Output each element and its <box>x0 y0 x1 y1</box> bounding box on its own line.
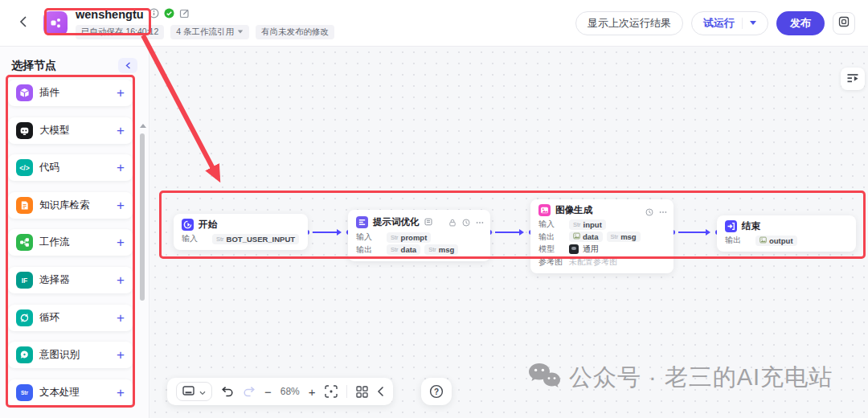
add-node-button[interactable]: + <box>117 311 125 325</box>
button-divider <box>742 18 743 29</box>
sidebar-item-label: 工作流 <box>39 236 110 249</box>
flow-icon <box>16 234 33 251</box>
connection-line <box>313 232 337 233</box>
autosave-badge: 已自动保存 16:40:12 <box>76 25 164 39</box>
lock-icon <box>448 215 457 230</box>
add-node-button[interactable]: + <box>117 386 125 400</box>
sidebar-title: 选择节点 <box>11 59 56 73</box>
sidebar-item-intent[interactable]: 意图识别+ <box>8 342 133 368</box>
variable-name: BOT_USER_INPUT <box>227 235 296 244</box>
type-prefix: Str <box>573 221 581 228</box>
workflow-refs-dropdown[interactable]: 4 条工作流引用 <box>170 25 249 39</box>
bot-icon <box>16 122 33 139</box>
workflow-node-image-generation[interactable]: 图像生成输入Strinput输出dataStrmsg模型通用参考图未配置参考图 <box>530 199 674 273</box>
connection-edge[interactable] <box>487 227 534 237</box>
end-node-icon <box>725 220 737 232</box>
sidebar-item-code[interactable]: </>代码+ <box>8 154 133 181</box>
arrow-head-icon <box>519 229 524 236</box>
variable-tag: Strdata <box>387 244 420 255</box>
sidebar-item-label: 循环 <box>39 311 110 325</box>
type-prefix: Str <box>391 246 399 253</box>
top-header: wenshengtu 已自动保存 16:40:12 4 条工作流引用 有尚未发布… <box>0 0 868 47</box>
variable-tag: Strmsg <box>607 232 641 242</box>
collapse-toolbar-button[interactable] <box>377 386 384 397</box>
sidebar-item-label: 选择器 <box>39 273 110 287</box>
canvas-toolbar: − 68% + <box>167 378 393 405</box>
node-title: 开始 <box>199 219 217 231</box>
workflow-node-start[interactable]: 开始输入StrBOT_USER_INPUT <box>174 214 308 250</box>
port-label: 模型 <box>538 244 569 255</box>
redo-button[interactable] <box>243 386 256 397</box>
undo-button[interactable] <box>221 386 234 397</box>
port-label: 输出 <box>538 232 569 243</box>
port-label: 输出 <box>356 244 387 256</box>
scrollbar-thumb[interactable] <box>140 133 145 301</box>
type-prefix: Str <box>391 234 399 241</box>
port-label: 输入 <box>356 232 387 243</box>
connection-edge[interactable] <box>670 227 720 237</box>
edit-title-icon[interactable] <box>179 7 190 22</box>
model-avatar <box>569 244 579 254</box>
sidebar-item-if[interactable]: IF选择器+ <box>8 267 133 293</box>
loop-icon <box>16 309 33 326</box>
run-results-panel-toggle-button[interactable] <box>841 68 865 90</box>
add-node-button[interactable]: + <box>117 199 125 212</box>
variable-name: output <box>769 236 793 245</box>
publish-button[interactable]: 发布 <box>776 11 825 35</box>
image-type-icon <box>573 232 580 241</box>
workflow-app-icon <box>43 11 68 35</box>
test-run-caret-icon[interactable] <box>750 21 756 25</box>
sidebar-item-label: 意图识别 <box>39 348 110 362</box>
caret-down-icon <box>238 31 243 34</box>
add-node-button[interactable]: + <box>117 348 125 362</box>
arrow-head-icon <box>706 229 710 236</box>
published-check-icon <box>164 7 174 22</box>
add-node-button[interactable]: + <box>117 161 125 174</box>
back-button[interactable] <box>13 13 34 34</box>
more-icon[interactable] <box>476 215 484 230</box>
duplicate-icon <box>838 16 850 30</box>
port-label: 参考图 <box>538 256 569 268</box>
add-node-button[interactable]: + <box>117 236 125 249</box>
code-icon: </> <box>16 159 33 176</box>
add-node-button[interactable]: + <box>117 124 125 137</box>
test-run-button[interactable]: 试运行 <box>691 11 768 35</box>
sidebar-item-bot[interactable]: 大模型+ <box>8 117 133 144</box>
scroll-up-icon[interactable] <box>140 124 146 128</box>
add-node-button[interactable]: + <box>117 273 125 287</box>
unpublished-changes-badge: 有尚未发布的修改 <box>256 25 334 39</box>
image-type-icon <box>760 236 767 245</box>
chevron-down-icon <box>199 386 206 398</box>
variable-name: msg <box>620 232 637 241</box>
linked-workflow-badge-icon <box>424 215 432 229</box>
panel-toggle-icon <box>846 72 859 86</box>
add-node-button[interactable]: + <box>117 86 125 100</box>
minus-icon: − <box>264 386 272 398</box>
minimap-button[interactable] <box>176 382 212 401</box>
connection-edge[interactable] <box>305 227 351 237</box>
duplicate-button[interactable] <box>833 12 855 35</box>
sidebar-item-str[interactable]: Str文本处理+ <box>8 379 133 406</box>
more-icon[interactable] <box>659 205 667 219</box>
zoom-in-button[interactable]: + <box>309 386 316 398</box>
collapse-sidebar-button[interactable] <box>118 58 137 73</box>
sidebar-item-doc[interactable]: 知识库检索+ <box>8 192 133 219</box>
info-icon[interactable] <box>149 7 159 22</box>
plus-icon: + <box>309 386 316 398</box>
sidebar-scrollbar[interactable] <box>138 124 146 418</box>
variable-tag: Strprompt <box>387 232 431 243</box>
minimap-icon <box>182 386 194 398</box>
variable-tag: data <box>569 232 603 242</box>
show-last-run-button[interactable]: 显示上次运行结果 <box>575 11 683 35</box>
zoom-out-button[interactable]: − <box>264 386 272 398</box>
workflow-node-prompt-optimize[interactable]: 提示词优化输入Strprompt输出StrdataStrmsg <box>348 210 490 261</box>
sidebar-item-flow[interactable]: 工作流+ <box>8 229 133 256</box>
sidebar-item-cube[interactable]: 插件+ <box>8 80 133 106</box>
help-button[interactable]: ? <box>421 378 452 405</box>
cube-icon <box>16 84 33 101</box>
fit-view-button[interactable] <box>325 385 338 398</box>
sidebar-item-loop[interactable]: 循环+ <box>8 305 133 331</box>
sidebar-item-label: 知识库检索 <box>39 199 110 212</box>
auto-layout-button[interactable] <box>356 386 368 398</box>
workflow-node-end[interactable]: 结束输出output <box>717 215 856 252</box>
